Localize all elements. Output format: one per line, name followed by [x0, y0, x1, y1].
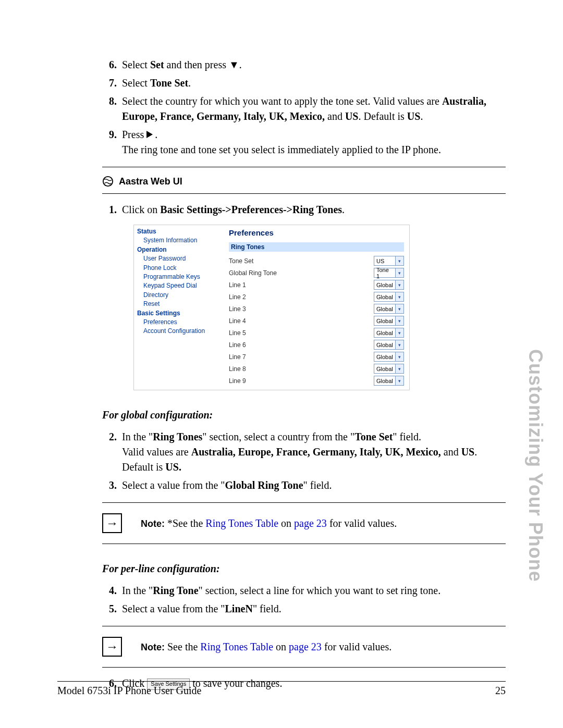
divider: [102, 544, 506, 544]
step-number: 6.: [102, 57, 117, 72]
step-number: 1.: [102, 202, 117, 217]
sidebar-item[interactable]: Phone Lock: [143, 264, 221, 273]
step-number: 9.: [102, 127, 117, 142]
ui-select[interactable]: Global▾: [374, 304, 404, 314]
web-ui-heading: Aastra Web UI: [102, 172, 506, 190]
ui-select-value: Global: [374, 378, 395, 384]
chevron-down-icon[interactable]: ▾: [395, 352, 403, 361]
ui-setting-row: Line 7Global▾: [229, 351, 404, 363]
ui-setting-label: Line 2: [229, 293, 246, 301]
chevron-down-icon[interactable]: ▾: [395, 328, 403, 337]
subhead-perline: For per-line configuration:: [102, 563, 506, 575]
sidebar-cat-basic[interactable]: Basic Settings: [137, 309, 221, 318]
sidebar-cat-operation[interactable]: Operation: [137, 245, 221, 254]
ui-setting-label: Line 8: [229, 365, 246, 373]
sidebar-item[interactable]: User Password: [143, 254, 221, 263]
web-ui-screenshot: Status System Information Operation User…: [133, 225, 410, 390]
sidebar-cat-status[interactable]: Status: [137, 227, 221, 236]
ui-select[interactable]: Global▾: [374, 340, 404, 350]
ui-select[interactable]: Tone 1▾: [374, 268, 404, 278]
sidebar-item[interactable]: Keypad Speed Dial: [143, 281, 221, 290]
ui-select[interactable]: Global▾: [374, 376, 404, 386]
ui-setting-row: Line 6Global▾: [229, 339, 404, 351]
link-page-23[interactable]: page 23: [294, 517, 327, 529]
chevron-down-icon[interactable]: ▾: [395, 316, 403, 325]
link-ringtones-table[interactable]: Ring Tones Table: [205, 517, 278, 529]
ui-select-value: Global: [374, 366, 395, 372]
divider: [102, 502, 506, 503]
ui-select[interactable]: Global▾: [374, 316, 404, 326]
step-body: Select Set and then press ▼.: [122, 57, 506, 72]
globe-icon: [102, 176, 114, 187]
ui-setting-row: Line 3Global▾: [229, 303, 404, 315]
step-body: Select a value from the "LineN" field.: [122, 601, 506, 616]
ui-select[interactable]: Global▾: [374, 364, 404, 374]
ui-setting-label: Line 3: [229, 305, 246, 313]
ui-setting-label: Tone Set: [229, 257, 253, 265]
ui-select-value: Global: [374, 318, 395, 324]
ui-setting-row: Tone SetUS▾: [229, 255, 404, 267]
step-body: Click on Basic Settings->Preferences->Ri…: [122, 202, 506, 217]
note-arrow-icon: →: [102, 637, 122, 657]
step-number: 4.: [102, 583, 117, 598]
ui-setting-row: Global Ring ToneTone 1▾: [229, 267, 404, 279]
chevron-down-icon[interactable]: ▾: [395, 256, 403, 265]
footer-title: Model 6753i IP Phone User Guide: [57, 685, 201, 697]
ui-setting-row: Line 8Global▾: [229, 363, 404, 375]
ui-select[interactable]: US▾: [374, 256, 404, 266]
ui-setting-label: Line 1: [229, 281, 246, 289]
ui-select-value: Global: [374, 354, 395, 360]
ui-main-panel: Preferences Ring Tones Tone SetUS▾Global…: [224, 225, 409, 390]
svg-marker-0: [146, 131, 153, 138]
ui-select-value: Global: [374, 282, 395, 288]
step-number: 5.: [102, 601, 117, 616]
note-arrow-icon: →: [102, 513, 122, 533]
ui-setting-label: Line 4: [229, 317, 246, 325]
sidebar-item[interactable]: Preferences: [143, 318, 221, 327]
sidebar-item[interactable]: Directory: [143, 291, 221, 300]
link-ringtones-table[interactable]: Ring Tones Table: [200, 641, 273, 652]
ui-select-value: Global: [374, 330, 395, 336]
side-tab: Customizing Your Phone: [524, 349, 546, 582]
ui-select[interactable]: Global▾: [374, 292, 404, 302]
step-number: 8.: [102, 94, 117, 109]
step-number: 3.: [102, 478, 117, 493]
ui-setting-row: Line 1Global▾: [229, 279, 404, 291]
sidebar-item[interactable]: System Information: [143, 236, 221, 245]
sidebar-item[interactable]: Reset: [143, 300, 221, 309]
ui-setting-row: Line 5Global▾: [229, 327, 404, 339]
chevron-down-icon[interactable]: ▾: [395, 376, 403, 385]
sidebar-item[interactable]: Account Configuration: [143, 327, 221, 336]
link-page-23[interactable]: page 23: [289, 641, 322, 652]
page-footer: Model 6753i IP Phone User Guide 25: [57, 681, 506, 697]
step-body: Press . The ring tone and tone set you s…: [122, 127, 506, 157]
ui-select[interactable]: Global▾: [374, 328, 404, 338]
chevron-down-icon[interactable]: ▾: [395, 292, 403, 301]
ui-sidebar: Status System Information Operation User…: [134, 225, 224, 390]
chevron-down-icon[interactable]: ▾: [395, 340, 403, 349]
ui-select-value: Global: [374, 342, 395, 348]
ui-select[interactable]: Global▾: [374, 280, 404, 290]
step-number: 2.: [102, 429, 117, 445]
divider: [102, 626, 506, 626]
sidebar-item[interactable]: Programmable Keys: [143, 273, 221, 281]
ui-select-value: US: [374, 258, 395, 264]
divider: [102, 667, 506, 668]
step-number: 7.: [102, 76, 117, 91]
ui-select-value: Global: [374, 294, 395, 300]
ui-select-value: Global: [374, 306, 395, 312]
chevron-down-icon[interactable]: ▾: [395, 364, 403, 373]
ui-setting-label: Line 7: [229, 353, 246, 361]
down-arrow-icon: ▼: [229, 59, 239, 70]
step-body: In the "Ring Tone" section, select a lin…: [122, 583, 506, 598]
note-block: → Note: See the Ring Tones Table on page…: [102, 632, 506, 662]
ui-section-band: Ring Tones: [229, 242, 404, 252]
ui-select[interactable]: Global▾: [374, 352, 404, 362]
chevron-down-icon[interactable]: ▾: [395, 280, 403, 289]
chevron-down-icon[interactable]: ▾: [395, 268, 403, 277]
step-body: Select Tone Set.: [122, 76, 506, 91]
ui-setting-row: Line 4Global▾: [229, 315, 404, 327]
ui-setting-row: Line 2Global▾: [229, 291, 404, 303]
subhead-global: For global configuration:: [102, 409, 506, 421]
chevron-down-icon[interactable]: ▾: [395, 304, 403, 313]
